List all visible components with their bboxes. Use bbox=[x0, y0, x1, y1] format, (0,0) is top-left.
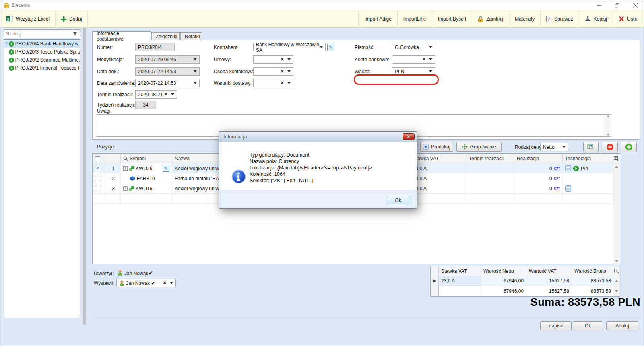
summary-col-brutto[interactable]: Wartość Brutto bbox=[572, 266, 613, 276]
table-scrollbar[interactable] bbox=[613, 163, 620, 264]
clear-x-icon[interactable]: ✕ bbox=[422, 57, 426, 62]
importline-button[interactable]: ImportLine bbox=[398, 10, 432, 27]
export-excel-button[interactable] bbox=[583, 142, 599, 152]
chevron-down-icon bbox=[194, 70, 197, 72]
dialog-line: Lokalizacja: {MainTab}/<Header>/<=Top->/… bbox=[250, 165, 372, 171]
clear-x-icon[interactable]: ✕ bbox=[281, 57, 284, 62]
produkuj-button[interactable]: Produkuj bbox=[420, 142, 453, 152]
dialog-line: Typ generujący: Document bbox=[250, 152, 372, 158]
checkbox[interactable] bbox=[95, 176, 100, 181]
column-chooser-icon[interactable] bbox=[613, 266, 620, 276]
column-chooser-icon[interactable] bbox=[613, 154, 620, 163]
dialog-line: Kolejność: 1064 bbox=[250, 171, 372, 177]
scroll-down-icon[interactable] bbox=[615, 260, 618, 262]
materials-button[interactable]: Materiały bbox=[509, 10, 541, 27]
tab-informacje-podstawowe[interactable]: Informacje podstawowe bbox=[92, 31, 151, 40]
column-technologia[interactable]: Technologia bbox=[563, 154, 613, 163]
dialog-titlebar[interactable]: Informacja bbox=[219, 132, 417, 142]
import-adige-button[interactable]: Import Adige bbox=[358, 10, 397, 27]
column-symbol[interactable]: Symbol bbox=[121, 154, 172, 163]
kontrahent-combo[interactable]: Bank Handlowy w Warszawie SA bbox=[253, 43, 326, 51]
clear-x-icon[interactable]: ✕ bbox=[164, 92, 168, 97]
scroll-up-icon[interactable] bbox=[615, 166, 618, 168]
rodzaj-ceny-combo[interactable]: Netto bbox=[540, 143, 568, 151]
close-icon[interactable] bbox=[626, 0, 644, 10]
currency-field-highlight[interactable] bbox=[354, 74, 439, 85]
copy-button[interactable]: Kopiuj bbox=[579, 10, 613, 27]
close-order-button[interactable]: Zamknij bbox=[472, 10, 509, 27]
summary-col-vat[interactable]: Wartość VAT bbox=[526, 266, 572, 276]
warunki-dostawy-combo[interactable]: ✕ bbox=[253, 79, 293, 87]
rodzaj-ceny-label: Rodzaj ceny: bbox=[515, 144, 543, 150]
dialog-ok-button[interactable]: Ok bbox=[387, 196, 409, 204]
search-input[interactable] bbox=[6, 31, 72, 37]
calculator-icon[interactable] bbox=[565, 185, 571, 192]
row-edit-button[interactable]: ✎ bbox=[163, 165, 169, 172]
import-bysoft-button[interactable]: Import Bysoft bbox=[432, 10, 473, 27]
uwagi-scrollbar[interactable] bbox=[605, 115, 611, 136]
svg-text:X: X bbox=[7, 17, 9, 21]
list-item[interactable]: PROJ/20/3 Tesco Polska Sp. z... bbox=[4, 48, 80, 56]
add-button[interactable]: Dodaj bbox=[56, 10, 88, 27]
summary-col-netto[interactable]: Wartość Netto bbox=[481, 266, 526, 276]
waluta-label: Waluta: bbox=[355, 69, 371, 74]
titlebar: Zlecenie bbox=[0, 0, 644, 10]
checkbox[interactable] bbox=[95, 156, 100, 161]
grupowanie-button[interactable]: Grupowanie bbox=[456, 142, 502, 152]
dialog-close-icon[interactable]: ✕ bbox=[402, 133, 415, 140]
kontrahent-edit-button[interactable]: ✎ bbox=[327, 44, 334, 51]
window-title: Zlecenie bbox=[12, 2, 30, 8]
column-realizacja[interactable]: Realizacja bbox=[514, 154, 563, 163]
termin-realizacji-combo[interactable]: 2020-08-21✕ bbox=[135, 90, 177, 99]
restore-icon[interactable] bbox=[608, 0, 626, 10]
konto-bankowe-combo[interactable]: ✕ bbox=[392, 55, 435, 64]
scroll-down-icon[interactable] bbox=[607, 134, 610, 136]
summary-row[interactable]: 23,0 A 67946,00 15627,58 83573,58 bbox=[431, 276, 620, 286]
anuluj-button[interactable]: Anuluj bbox=[606, 321, 638, 330]
tab-notatki[interactable]: Notatki bbox=[180, 32, 202, 40]
person-icon bbox=[119, 280, 124, 286]
clear-x-icon[interactable]: ✕ bbox=[163, 281, 167, 285]
filter-icon[interactable] bbox=[72, 31, 78, 36]
add-row-button[interactable] bbox=[621, 142, 637, 152]
paint-box-icon bbox=[130, 176, 135, 181]
expand-icon[interactable]: + bbox=[123, 186, 128, 191]
delete-button[interactable]: Usuń bbox=[613, 10, 644, 27]
wystawil-combo[interactable]: Jan Nowak ✔ ✕ bbox=[116, 279, 176, 287]
summary-col-stawka-vat[interactable]: Stawka VAT bbox=[439, 266, 481, 276]
scroll-up-icon[interactable] bbox=[607, 115, 610, 117]
remove-row-button[interactable] bbox=[602, 142, 618, 152]
scroll-up-icon[interactable] bbox=[613, 276, 620, 286]
zapisz-button[interactable]: Zapisz bbox=[540, 321, 572, 330]
list-item[interactable]: PROJ/20/2 Scanmed Multime... bbox=[4, 56, 80, 64]
calculator-icon[interactable] bbox=[565, 165, 571, 171]
osoba-kontaktowa-combo[interactable]: ✕ bbox=[253, 67, 293, 76]
checkbox-checked[interactable]: ✓ bbox=[95, 166, 100, 171]
expand-icon[interactable]: + bbox=[123, 166, 128, 171]
ok-button[interactable]: Ok bbox=[573, 321, 603, 330]
check-button[interactable]: ? Sprawdź bbox=[541, 10, 579, 27]
modyfikacja-combo[interactable]: 2020-07-29 09:45 bbox=[135, 55, 200, 64]
check-mark-icon: ✔ bbox=[149, 270, 153, 276]
clear-x-icon[interactable]: ✕ bbox=[281, 69, 284, 74]
umowy-combo[interactable]: ✕ bbox=[253, 55, 293, 64]
person-icon bbox=[117, 270, 123, 276]
column-stawka-vat[interactable]: Stawka VAT bbox=[411, 154, 466, 163]
column-termin-realizacji[interactable]: Termin realizacji bbox=[466, 154, 514, 163]
list-item[interactable]: * PROJ/20/4 Bank Handlowy w... bbox=[4, 40, 80, 48]
load-from-excel-button[interactable]: X Wczytaj z Excel bbox=[0, 10, 56, 27]
clear-x-icon[interactable]: ✕ bbox=[281, 81, 284, 85]
stamp-icon bbox=[585, 16, 591, 22]
header-checkbox-cell[interactable] bbox=[93, 154, 106, 163]
tab-zalaczniki[interactable]: Załączniki bbox=[151, 32, 180, 40]
splitter-handle[interactable] bbox=[83, 28, 86, 325]
minimize-icon[interactable] bbox=[590, 0, 608, 10]
scroll-down-icon[interactable] bbox=[613, 286, 620, 296]
data-dok-combo[interactable]: 2020-07-22 14:53 bbox=[135, 67, 200, 76]
order-list: * PROJ/20/4 Bank Handlowy w... PROJ/20/3… bbox=[4, 39, 80, 318]
platnosc-combo[interactable]: G Gotówka bbox=[392, 43, 435, 51]
data-zamowienia-combo[interactable]: 2020-07-22 14:53 bbox=[135, 79, 200, 87]
list-item[interactable]: PROJ/20/1 Imperial Tobacco P... bbox=[4, 64, 80, 72]
checkbox[interactable] bbox=[95, 186, 100, 191]
chevron-down-icon bbox=[429, 58, 432, 60]
